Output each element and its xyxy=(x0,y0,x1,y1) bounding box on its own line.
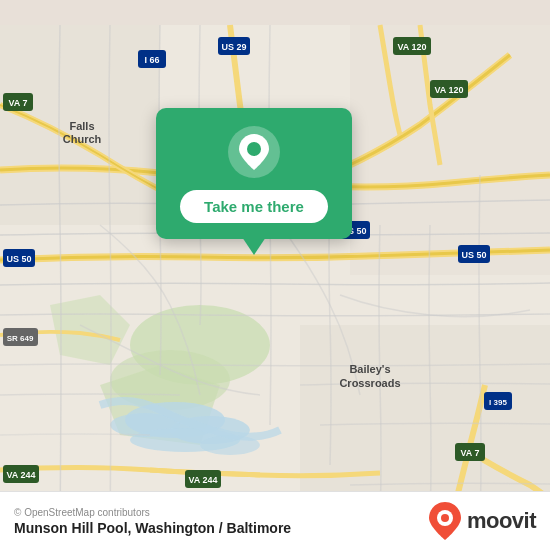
svg-text:Falls: Falls xyxy=(69,120,94,132)
svg-text:VA 120: VA 120 xyxy=(434,85,463,95)
svg-text:Bailey's: Bailey's xyxy=(349,363,390,375)
svg-text:US 50: US 50 xyxy=(6,254,31,264)
svg-text:US 50: US 50 xyxy=(461,250,486,260)
attribution-text: © OpenStreetMap contributors xyxy=(14,507,291,518)
popup-card: Take me there xyxy=(156,108,352,239)
svg-text:VA 7: VA 7 xyxy=(8,98,27,108)
map-container: I 66 I 66 US 29 VA 120 VA 120 VA 7 VA 7 … xyxy=(0,0,550,550)
svg-text:VA 120: VA 120 xyxy=(397,42,426,52)
map-background: I 66 I 66 US 29 VA 120 VA 120 VA 7 VA 7 … xyxy=(0,0,550,550)
svg-text:VA 7: VA 7 xyxy=(460,448,479,458)
svg-text:SR 649: SR 649 xyxy=(7,334,34,343)
bottom-bar: © OpenStreetMap contributors Munson Hill… xyxy=(0,491,550,550)
moovit-logo: moovit xyxy=(429,502,536,540)
svg-text:US 29: US 29 xyxy=(221,42,246,52)
svg-text:Crossroads: Crossroads xyxy=(339,377,400,389)
take-me-there-button[interactable]: Take me there xyxy=(180,190,328,223)
svg-text:VA 244: VA 244 xyxy=(188,475,217,485)
location-pin-icon xyxy=(239,134,269,170)
svg-text:VA 244: VA 244 xyxy=(6,470,35,480)
location-icon-wrap xyxy=(228,126,280,178)
svg-text:I 66: I 66 xyxy=(144,55,159,65)
svg-point-46 xyxy=(247,142,261,156)
svg-text:I 395: I 395 xyxy=(489,398,507,407)
location-title: Munson Hill Pool, Washington / Baltimore xyxy=(14,520,291,536)
moovit-pin-icon xyxy=(429,502,461,540)
svg-text:Church: Church xyxy=(63,133,102,145)
moovit-brand-text: moovit xyxy=(467,508,536,534)
bottom-info: © OpenStreetMap contributors Munson Hill… xyxy=(14,507,291,536)
svg-point-48 xyxy=(441,514,449,522)
